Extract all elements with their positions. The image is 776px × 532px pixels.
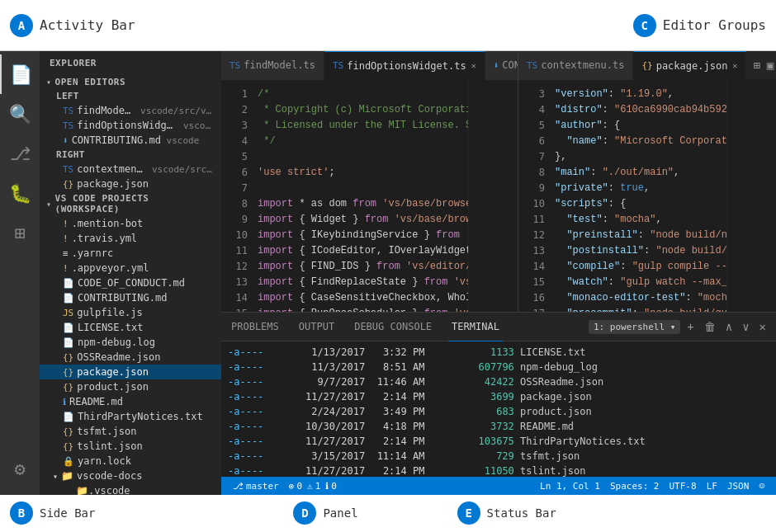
open-editor-contributing[interactable]: ⬇ CONTRIBUTING.md vscode xyxy=(40,133,221,148)
dropdown-arrow: ▾ xyxy=(670,322,676,332)
right-code-area[interactable]: 34567 89101112 1314151617 1819202122 "ve… xyxy=(518,80,776,312)
encoding-label: UTF-8 xyxy=(670,481,697,492)
status-branch[interactable]: ⎇ master xyxy=(228,477,284,495)
status-position[interactable]: Ln 1, Col 1 xyxy=(535,477,605,495)
code-of-conduct-item[interactable]: 📄 CODE_OF_CONDUCT.md xyxy=(40,275,221,290)
folder-icon: 📁 xyxy=(76,485,88,495)
tab-close-btn[interactable]: ✕ xyxy=(471,61,476,70)
vscode-docs-folder[interactable]: ▾ 📁 vscode-docs xyxy=(40,468,221,483)
status-language[interactable]: JSON xyxy=(722,477,755,495)
language-label: JSON xyxy=(727,481,750,492)
maximize-panel-btn[interactable]: ∧ xyxy=(722,318,736,335)
status-line-ending[interactable]: LF xyxy=(702,477,722,495)
package-json-item[interactable]: {} package.json xyxy=(40,365,221,379)
yarnrc-item[interactable]: ≡ .yarnrc xyxy=(40,246,221,261)
file-name: CODE_OF_CONDUCT.md xyxy=(78,277,185,289)
product-json-item[interactable]: {} product.json xyxy=(40,379,221,394)
travis-item[interactable]: ! .travis.yml xyxy=(40,231,221,246)
file-name: package.json xyxy=(77,178,149,190)
left-code-area[interactable]: 12345 678910 1112131415 1617181920 /* * … xyxy=(221,80,518,312)
activity-bar-settings[interactable]: ⚙ xyxy=(0,449,40,488)
activity-bar-explorer[interactable]: 📄 xyxy=(0,54,40,94)
file-name: npm-debug.log xyxy=(78,337,155,348)
npm-debug-item[interactable]: 📄 npm-debug.log xyxy=(40,335,221,350)
right-tab-icons: ⊞ ▣ ··· xyxy=(746,57,776,73)
close-panel-btn[interactable]: ✕ xyxy=(756,318,769,335)
workspace-section[interactable]: ▾ VS CODE PROJECTS (WORKSPACE) xyxy=(40,191,221,216)
activity-bar-debug[interactable]: 🐛 xyxy=(0,173,40,213)
file-name: .travis.yml xyxy=(72,233,137,244)
activity-bar-search[interactable]: 🔍 xyxy=(0,94,40,134)
circle-d: D xyxy=(293,501,316,525)
source-control-icon: ⎇ xyxy=(10,144,31,164)
readme-item[interactable]: ℹ README.md xyxy=(40,394,221,409)
open-editor-findmodel[interactable]: TS findModel.ts vscode/src/vs/... xyxy=(40,103,221,118)
terminal-dropdown[interactable]: 1: powershell ▾ xyxy=(589,320,680,334)
file-name: .yarnrc xyxy=(72,247,114,259)
mention-bot-item[interactable]: ! .mention-bot xyxy=(40,216,221,231)
file-name: yarn.lock xyxy=(78,455,131,467)
vscode-subfolder[interactable]: 📁 .vscode xyxy=(40,483,221,495)
status-feedback[interactable]: ☺ xyxy=(754,477,769,495)
yarn-lock-item[interactable]: 🔒 yarn.lock xyxy=(40,454,221,468)
file-name: gulpfile.js xyxy=(77,307,142,318)
tab-debug-console[interactable]: DEBUG CONSOLE xyxy=(351,313,435,341)
tab-package-json[interactable]: {} package.json ✕ xyxy=(633,51,746,80)
open-editors-arrow: ▾ xyxy=(46,78,52,87)
explorer-icon: 📄 xyxy=(10,64,32,85)
license-item[interactable]: 📄 LICENSE.txt xyxy=(40,320,221,335)
restore-panel-btn[interactable]: ∨ xyxy=(739,318,752,335)
open-editor-findoptionswidget[interactable]: TS findOptionsWidget.ts vsco... xyxy=(40,118,221,133)
debug-icon: 🐛 xyxy=(9,183,31,204)
sidebar: EXPLORER ▾ OPEN EDITORS LEFT TS findMode… xyxy=(40,51,221,495)
ts-icon: TS xyxy=(229,60,240,71)
panel-content[interactable]: -a---- 1/13/2017 3:32 PM 1133 LICENSE.tx… xyxy=(221,341,776,477)
status-encoding[interactable]: UTF-8 xyxy=(665,477,702,495)
tab-contextmenu[interactable]: TS contextmenu.ts xyxy=(518,51,633,80)
activity-bar-scm[interactable]: ⎇ xyxy=(0,134,40,173)
status-spaces[interactable]: Spaces: 2 xyxy=(605,477,665,495)
tab-contributing[interactable]: ⬇ CONTRIBUTING.md xyxy=(485,51,518,80)
tslint-item[interactable]: {} tslint.json xyxy=(40,439,221,454)
add-terminal-btn[interactable]: + xyxy=(684,318,697,335)
extensions-icon: ⊞ xyxy=(14,223,25,243)
tab-findoptionswidget[interactable]: TS findOptionsWidget.ts ✕ xyxy=(324,51,485,80)
info-icon: ℹ xyxy=(325,481,329,492)
left-code-lines[interactable]: /* * Copyright (c) Microsoft Corporation… xyxy=(254,80,468,312)
json-icon: {} xyxy=(63,352,73,363)
tsfmt-item[interactable]: {} tsfmt.json xyxy=(40,424,221,439)
terminal-line: -a---- 9/7/2017 11:46 AM 42422 OSSReadme… xyxy=(228,374,769,389)
open-editor-package-json[interactable]: {} package.json xyxy=(40,177,221,191)
tab-problems[interactable]: PROBLEMS xyxy=(228,313,282,341)
contributing-item[interactable]: 📄 CONTRIBUTING.md xyxy=(40,290,221,305)
thirdparty-item[interactable]: 📄 ThirdPartyNotices.txt xyxy=(40,409,221,424)
editor-layout-icon[interactable]: ▣ xyxy=(765,57,775,73)
open-editors-section[interactable]: ▾ OPEN EDITORS xyxy=(40,75,221,89)
folder-name: vscode-docs xyxy=(77,470,142,482)
ossreadme-item[interactable]: {} OSSReadme.json xyxy=(40,350,221,365)
tab-output[interactable]: OUTPUT xyxy=(296,313,338,341)
status-errors[interactable]: ⊗ 0 ⚠ 1 ℹ 0 xyxy=(284,477,342,495)
file-name: LICENSE.txt xyxy=(78,322,143,333)
tab-close-btn[interactable]: ✕ xyxy=(732,61,737,70)
line-ending-label: LF xyxy=(707,481,717,492)
tab-findmodel[interactable]: TS findModel.ts xyxy=(221,51,324,80)
left-editor-tabs: TS findModel.ts TS findOptionsWidget.ts … xyxy=(221,51,518,80)
file-name: CONTRIBUTING.md xyxy=(78,292,167,304)
right-code-lines[interactable]: "version": "1.19.0", "distro": "610ca699… xyxy=(551,80,726,312)
workspace-arrow: ▾ xyxy=(46,200,52,209)
ts-icon: TS xyxy=(63,106,73,116)
activity-bar-extensions[interactable]: ⊞ xyxy=(0,213,40,252)
gulpfile-item[interactable]: JS gulpfile.js xyxy=(40,305,221,320)
open-editor-contextmenu[interactable]: TS contextmenu.ts vscode/src/... xyxy=(40,162,221,177)
right-line-numbers: 34567 89101112 1314151617 1819202122 xyxy=(518,80,551,312)
file-name: ThirdPartyNotices.txt xyxy=(78,411,203,422)
kill-terminal-btn[interactable]: 🗑 xyxy=(701,318,719,335)
file-path: vscode/src/... xyxy=(146,164,215,175)
appveyor-item[interactable]: ! .appveyor.yml xyxy=(40,261,221,275)
split-editor-icon[interactable]: ⊞ xyxy=(751,57,761,73)
json-icon: {} xyxy=(641,60,652,71)
file-name: .mention-bot xyxy=(72,218,144,229)
js-icon: JS xyxy=(63,308,73,318)
tab-terminal[interactable]: TERMINAL xyxy=(448,313,503,341)
